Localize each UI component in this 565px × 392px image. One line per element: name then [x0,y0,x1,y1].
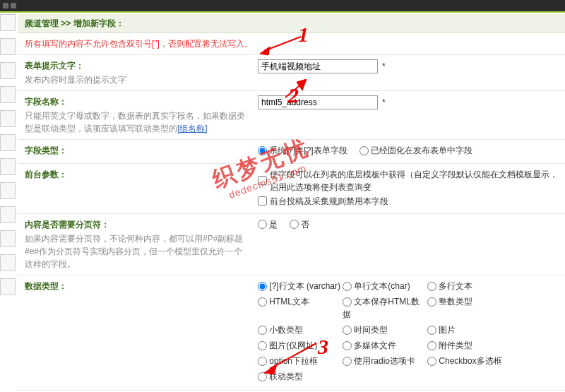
main-panel: 频道管理 >> 增加新字段： 所有填写的内容不允许包含双引号["]，否则配置将无… [18,14,565,392]
dtype-options: [?]行文本 (varchar) 单行文本(char) 多行文本 HTML文本 … [258,280,558,386]
page-desc: 如果内容需要分页符，不论何种内容，都可以用#P#副标题#e#作为分页符号实现内容… [25,232,251,271]
dtype-opt[interactable]: 单行文本(char) [343,280,427,292]
dtype-opt[interactable]: 多行文本 [427,280,512,292]
dtype-opt[interactable]: 图片(仅网址) [258,339,343,352]
page-no[interactable]: 否 [290,218,309,231]
sidebar-item[interactable] [0,230,16,247]
window-btn[interactable] [11,3,16,8]
dtype-opt[interactable]: Checkbox多选框 [427,355,512,367]
breadcrumb: 频道管理 >> 增加新字段： [18,14,565,33]
page-yes[interactable]: 是 [258,218,278,231]
required-star: * [382,97,386,107]
dtype-opt[interactable]: [?]行文本 (varchar) [258,280,343,292]
sidebar-item[interactable] [0,38,16,55]
name-input[interactable] [258,95,378,109]
type-radio-system[interactable]: 系统[?]类[?]表单字段 [258,144,347,157]
dtype-opt[interactable]: 小数类型 [258,323,343,336]
dtype-opt[interactable]: 附件类型 [427,339,512,352]
frontend-desc1: 使字段可以在列表的底层模板中获得（自定义字段默认仅能在文档模板显示，启用此选项将… [270,168,558,194]
sidebar-item[interactable] [0,110,16,127]
warning-text: 所有填写的内容不允许包含双引号["]，否则配置将无法写入。 [18,33,565,55]
window-btn[interactable] [3,3,8,8]
titlebar [0,0,565,13]
group-link[interactable]: [组名称] [177,124,208,133]
prompt-label: 表单提示文字： [25,59,251,72]
dtype-opt[interactable]: HTML文本 [258,295,343,321]
name-desc: 只能用英文字母或数字，数据表的真实字段名，如果数据类型是联动类型，该项应该填写联… [25,109,251,135]
sidebar-item[interactable] [0,158,16,175]
sidebar-item[interactable] [0,254,16,271]
frontend-desc2: 前台投稿及采集规则禁用本字段 [270,195,388,208]
dtype-opt[interactable]: 时间类型 [343,323,427,336]
dtype-opt[interactable]: 多媒体文件 [343,339,427,352]
type-label: 字段类型： [25,144,251,157]
sidebar-item[interactable] [0,86,16,103]
frontend-label: 前台参数： [25,168,251,181]
dtype-opt[interactable]: 图片 [427,323,512,336]
sidebar-fragment [0,14,16,392]
dtype-opt[interactable]: option下拉框 [258,355,343,367]
sidebar-item[interactable] [0,206,16,223]
sidebar-item[interactable] [0,182,16,199]
type-radio-fixed[interactable]: 已经固化在发布表单中字段 [359,144,472,157]
sidebar-item[interactable] [0,62,16,79]
frontend-check1[interactable] [258,176,267,185]
required-star: * [382,61,386,71]
dtype-opt[interactable]: 整数类型 [427,295,512,321]
prompt-desc: 发布内容时显示的提示文字 [25,73,251,86]
dtype-label: 数据类型： [25,280,251,292]
dtype-opt[interactable]: 文本保存HTML数据 [343,295,427,321]
frontend-check2[interactable] [258,196,267,206]
prompt-input[interactable] [258,59,378,73]
sidebar-item[interactable] [0,278,16,295]
sidebar-item[interactable] [0,14,16,31]
dtype-opt[interactable]: 使用radio选项卡 [343,355,427,367]
name-label: 字段名称： [25,95,251,108]
sidebar-item[interactable] [0,134,16,151]
page-label: 内容是否需要分页符： [25,218,251,231]
dtype-opt[interactable]: 联动类型 [258,370,343,383]
